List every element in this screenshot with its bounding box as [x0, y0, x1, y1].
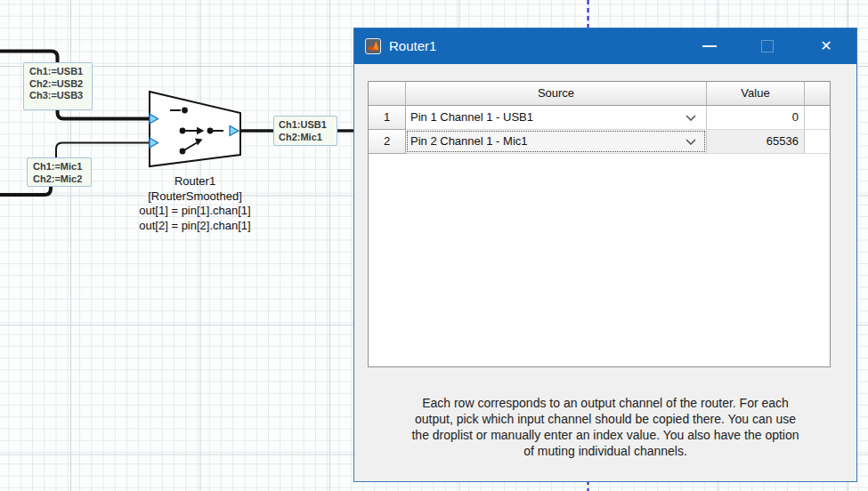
dialog-title: Router1: [389, 28, 436, 64]
source-value-text: Pin 1 Channel 1 - USB1: [410, 110, 533, 124]
table-header-row: Source Value: [369, 82, 830, 106]
row-number-cell: 1: [369, 106, 406, 130]
wire-label-output: Ch1:USB1 Ch2:Mic1: [273, 116, 337, 146]
source-column-header: Source: [406, 82, 707, 106]
dropdown-chevron-icon[interactable]: [685, 115, 696, 121]
value-cell-row1[interactable]: 0: [707, 106, 805, 130]
filler-cell: [805, 106, 830, 130]
dialog-titlebar[interactable]: Router1 ✕: [354, 28, 856, 64]
corner-header-cell: [369, 82, 406, 106]
matlab-icon: [365, 38, 381, 54]
dropdown-chevron-icon[interactable]: [685, 139, 696, 145]
router1-dialog: Router1 ✕ Source Value 1: [353, 28, 857, 482]
value-cell-row2[interactable]: 65536: [707, 130, 805, 154]
router-block[interactable]: [150, 92, 240, 166]
value-column-header: Value: [707, 82, 805, 106]
wire-label-usb: Ch1:=USB1 Ch2:=USB2 Ch3:=USB3: [23, 62, 93, 110]
row-number-cell: 2: [369, 130, 406, 154]
dialog-description: Each row corresponds to an output channe…: [354, 395, 856, 459]
filler-header-cell: [805, 82, 830, 106]
source-dropdown-row2[interactable]: Pin 2 Channel 1 - Mic1: [406, 130, 707, 154]
wire-label-mic: Ch1:=Mic1 Ch2:=Mic2: [27, 157, 92, 187]
table-row: 1 Pin 1 Channel 1 - USB1 0: [369, 106, 830, 130]
channel-table: Source Value 1 Pin 1 Channel 1 - USB1 0: [368, 81, 831, 367]
filler-cell: [805, 130, 830, 154]
maximize-button[interactable]: [744, 28, 791, 64]
minimize-icon: [702, 45, 717, 47]
close-button[interactable]: ✕: [803, 28, 849, 64]
close-icon: ✕: [820, 39, 831, 53]
router-block-caption: Router1 [RouterSmoothed] out[1] = pin[1]…: [106, 174, 284, 233]
table-row-selected: 2 Pin 2 Channel 1 - Mic1 65536: [369, 130, 830, 154]
dialog-body: Source Value 1 Pin 1 Channel 1 - USB1 0: [354, 64, 856, 481]
source-value-text: Pin 2 Channel 1 - Mic1: [410, 134, 528, 148]
source-dropdown-row1[interactable]: Pin 1 Channel 1 - USB1: [406, 106, 707, 130]
maximize-icon: [761, 40, 774, 52]
screenshot-stage: Ch1:=USB1 Ch2:=USB2 Ch3:=USB3 Ch1:=Mic1 …: [0, 0, 868, 491]
minimize-button[interactable]: [686, 28, 733, 64]
